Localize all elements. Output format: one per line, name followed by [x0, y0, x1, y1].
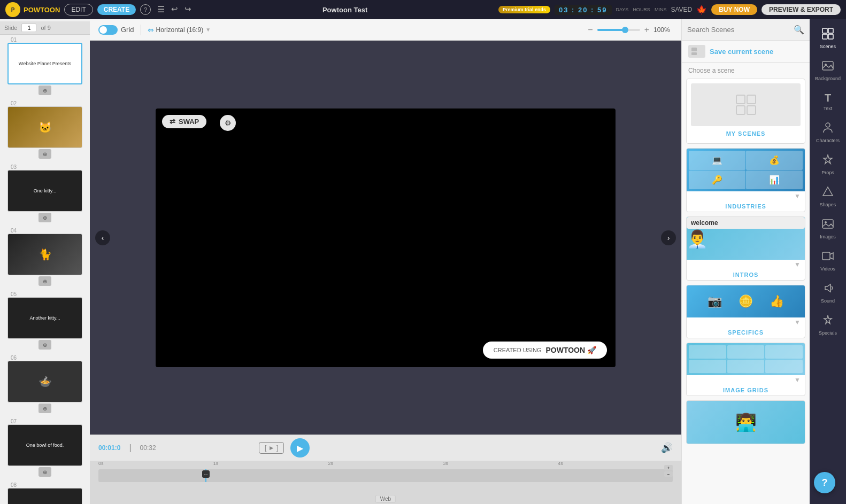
canvas-wrapper: ‹ ⇄ SWAP ⚙ CREATED USING POWTOON 🚀 › [90, 41, 681, 435]
slide-thumb-7[interactable]: One bowl of food. [7, 424, 82, 466]
prev-slide-button[interactable]: ‹ [95, 230, 110, 245]
intros-welcome-text: welcome [687, 217, 805, 229]
specifics-image: 📷 🪙 👍 [687, 285, 805, 317]
search-icon[interactable]: 🔍 [794, 25, 804, 35]
props-icon [822, 154, 834, 168]
camera-icon: 📷 [707, 294, 722, 308]
videos-icon [822, 250, 834, 265]
slide-thumb-5[interactable]: Another kitty... [7, 297, 82, 339]
feedback-icon[interactable]: ☰ [157, 4, 165, 15]
project-title[interactable]: Powtoon Test [322, 6, 367, 14]
svg-rect-1 [691, 52, 697, 55]
sidebar-item-shapes[interactable]: Shapes [812, 182, 844, 212]
mark-1s: 1s [213, 461, 328, 466]
search-scenes-input[interactable] [687, 26, 790, 34]
watermark-logo: POWTOON 🚀 [545, 346, 596, 354]
specifics-card[interactable]: 📷 🪙 👍 ▼ SPECIFICS [686, 285, 805, 338]
sidebar-item-videos[interactable]: Videos [812, 246, 844, 276]
play-button[interactable]: ▶ [290, 438, 310, 458]
edit-button[interactable]: EDIT [64, 4, 93, 15]
my-scenes-card[interactable]: MY SCENES [686, 79, 805, 144]
next-slide-button[interactable]: › [661, 230, 676, 245]
swap-button[interactable]: ⇄ SWAP [162, 115, 206, 128]
slide-thumb-3[interactable]: One kitty... [7, 170, 82, 212]
slide-add-btn-5[interactable]: ⊕ [39, 340, 51, 350]
slide-7-label: One bowl of food. [24, 440, 66, 450]
zoom-plus-icon[interactable]: + [644, 25, 649, 35]
timeline-marks: 0s 1s 2s 3s 4s [98, 461, 673, 469]
last-scene-image: 👨‍💻 [687, 401, 805, 444]
scenes-search-row: 🔍 [682, 19, 810, 41]
sidebar-item-characters[interactable]: Characters [812, 118, 844, 148]
grid-toggle[interactable]: Grid [98, 25, 134, 35]
slide-number-input[interactable]: 1 [21, 24, 36, 32]
image-grids-card[interactable]: ▼ IMAGE GRIDS [686, 343, 805, 396]
ratio-selector[interactable]: ⇔ Horizontal (16:9) ▼ [148, 26, 211, 34]
right-sidebar: Scenes Background T Text [810, 19, 846, 504]
sidebar-item-text[interactable]: T Text [812, 88, 844, 115]
slide-item-5: 05 Another kitty... ⊕ [0, 289, 90, 353]
web-badge: Web [375, 495, 396, 503]
volume-icon[interactable]: 🔊 [661, 442, 673, 454]
sidebar-item-images[interactable]: Images [812, 214, 844, 244]
sidebar-item-props[interactable]: Props [812, 150, 844, 180]
industries-card[interactable]: 💻 💰 🔑 📊 ▼ INDUSTRIES [686, 148, 805, 212]
timeline-bar[interactable]: ··· [98, 469, 673, 482]
buy-now-button[interactable]: BUY NOW [711, 4, 757, 15]
last-card-icon: 👨‍💻 [735, 412, 757, 432]
canvas-frame[interactable]: ⇄ SWAP ⚙ CREATED USING POWTOON 🚀 [156, 108, 616, 367]
save-scene-row[interactable]: Save current scene [682, 41, 810, 63]
preview-export-button[interactable]: PREVIEW & EXPORT [762, 4, 841, 15]
help-button[interactable]: ? [814, 472, 835, 493]
thumb-icon: 👍 [770, 294, 784, 308]
slide-item-6: 06 🍲 ⊕ [0, 353, 90, 416]
slide-add-btn-2[interactable]: ⊕ [39, 149, 51, 159]
help-icon[interactable]: ? [140, 4, 151, 15]
sidebar-item-specials[interactable]: Specials [812, 310, 844, 340]
grid-cell-5 [727, 360, 765, 373]
slide-thumb-2[interactable]: 🐱 [7, 106, 82, 148]
my-scenes-placeholder [691, 83, 801, 126]
main-layout: Slide 1 of 9 01 Website Planet Presents … [0, 19, 846, 504]
undo-icon[interactable]: ↩ [171, 4, 178, 15]
slide-thumb-4[interactable]: 🐈 [7, 234, 82, 275]
slide-num-5: 05 [7, 291, 82, 297]
sidebar-item-scenes[interactable]: Scenes [812, 24, 844, 53]
create-button[interactable]: CREATE [97, 4, 136, 15]
svg-rect-4 [747, 95, 756, 104]
slide-add-btn-3[interactable]: ⊕ [39, 213, 51, 222]
slide-add-btn-7[interactable]: ⊕ [39, 467, 51, 477]
slide-add-btn-1[interactable]: ⊕ [39, 86, 51, 95]
images-icon [822, 218, 834, 232]
time-separator: | [129, 443, 131, 453]
swap-label: SWAP [179, 118, 199, 126]
zoom-slider[interactable] [597, 29, 640, 31]
slide-item-8: 08 Raaaaaaauuuuuwrrrr the music [0, 480, 90, 504]
specifics-label: SPECIFICS [687, 327, 805, 338]
svg-rect-5 [736, 106, 745, 114]
zoom-minus-icon[interactable]: − [588, 25, 593, 35]
logo-text: POWTOON [24, 6, 60, 14]
grid-toggle-switch[interactable] [98, 25, 118, 35]
timeline-cursor[interactable]: ··· [205, 469, 206, 482]
slide-thumb-8[interactable]: Raaaaaaauuuuuwrrrr the music [7, 488, 82, 504]
intros-card[interactable]: welcome 👨‍💼 ▼ INTROS [686, 216, 805, 281]
settings-button[interactable]: ⚙ [220, 115, 236, 131]
redo-icon[interactable]: ↪ [184, 4, 191, 15]
zoom-fill [597, 29, 623, 31]
text-icon: T [825, 92, 831, 104]
slide-num-6: 06 [7, 355, 82, 361]
sidebar-item-background[interactable]: Background [812, 56, 844, 86]
timeline-zoom-in-button[interactable]: + [664, 465, 673, 470]
slide-thumb-6[interactable]: 🍲 [7, 361, 82, 402]
timeline-zoom-out-button[interactable]: − [664, 471, 673, 477]
play-sequence-button[interactable]: [ ► ] [259, 442, 284, 454]
slide-add-btn-6[interactable]: ⊕ [39, 404, 51, 413]
slide-thumb-1[interactable]: Website Planet Presents [7, 43, 82, 84]
slide-add-btn-4[interactable]: ⊕ [39, 276, 51, 286]
choose-scene-label: Choose a scene [682, 63, 810, 76]
last-scene-card[interactable]: 👨‍💻 [686, 400, 805, 444]
sidebar-item-sound[interactable]: Sound [812, 278, 844, 308]
scenes-icon [822, 28, 834, 42]
timer: 03 : 20 : 59 [555, 5, 612, 15]
